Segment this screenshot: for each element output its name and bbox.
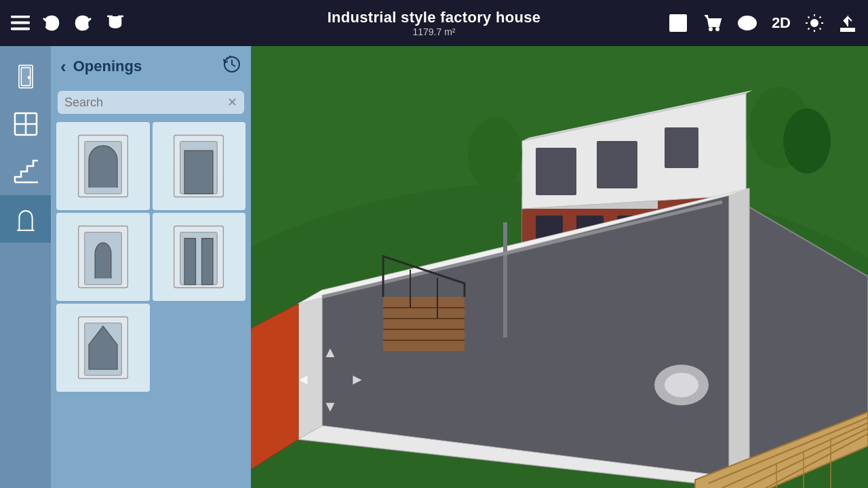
back-arrow-icon: ‹ [60,56,66,77]
panel-header: ‹ Openings [51,46,251,87]
opening-item-5[interactable] [56,304,150,392]
top-toolbar: Industrial style factory house 1179.7 m² [0,0,868,46]
project-area: 1179.7 m² [328,26,541,37]
view-icon[interactable] [736,14,758,33]
search-box: ✕ [58,91,244,114]
svg-rect-45 [536,148,576,195]
svg-rect-32 [184,239,195,285]
svg-rect-47 [665,127,698,168]
svg-rect-8 [671,16,677,22]
nav-up-button[interactable]: ▲ [317,339,344,366]
svg-point-9 [709,28,712,30]
arch-rail-icon[interactable] [0,195,51,243]
history-icon[interactable] [222,55,241,78]
svg-rect-2 [11,28,30,30]
svg-point-12 [745,20,750,26]
svg-point-16 [28,77,30,79]
nav-center [317,366,344,393]
toolbar-right: 2D [667,12,857,34]
magnet-icon[interactable] [104,12,126,34]
clear-search-icon[interactable]: ✕ [227,95,237,110]
svg-rect-46 [597,141,637,188]
nav-down-button[interactable]: ▼ [317,393,344,420]
sidebar: ‹ Openings ✕ [0,46,234,488]
settings-icon[interactable] [804,13,825,33]
panel-title: Openings [73,58,142,75]
svg-rect-27 [184,150,213,194]
menu-icon[interactable] [11,16,30,30]
upload-icon[interactable] [838,13,857,33]
stairs-rail-icon[interactable] [0,148,51,195]
nav-arrows: ▲ ◄ ► ▼ [290,339,371,420]
panel: ‹ Openings ✕ [51,46,251,488]
svg-rect-61 [383,297,465,351]
svg-point-10 [716,28,719,30]
cart-icon[interactable] [703,13,723,33]
panel-back-button[interactable]: ‹ Openings [60,56,142,77]
opening-item-3[interactable] [56,213,150,301]
2d-toggle[interactable]: 2D [772,14,791,32]
opening-item-1[interactable] [56,122,150,210]
svg-marker-57 [729,188,749,487]
toolbar-center: Industrial style factory house 1179.7 m² [328,9,541,37]
svg-point-71 [665,373,698,397]
floorplan-icon[interactable] [667,12,689,34]
nav-right-button[interactable]: ► [344,366,371,393]
opening-item-2[interactable] [153,122,246,210]
svg-point-49 [468,117,522,192]
window-rail-icon[interactable] [0,100,51,148]
icon-rail [0,46,51,488]
svg-point-51 [783,108,831,174]
redo-icon[interactable] [73,14,92,33]
svg-rect-1 [11,22,30,24]
door-rail-icon[interactable] [0,53,51,100]
3d-view[interactable]: ▲ ◄ ► ▼ [234,46,868,488]
nav-left-button[interactable]: ◄ [290,366,317,393]
search-input[interactable] [64,96,222,110]
project-title: Industrial style factory house [328,9,541,26]
undo-icon[interactable] [42,14,61,33]
svg-point-13 [811,20,818,26]
toolbar-left [11,12,126,34]
svg-rect-33 [202,239,213,285]
opening-item-4[interactable] [153,213,246,301]
svg-rect-0 [11,16,30,18]
items-grid [51,119,251,394]
